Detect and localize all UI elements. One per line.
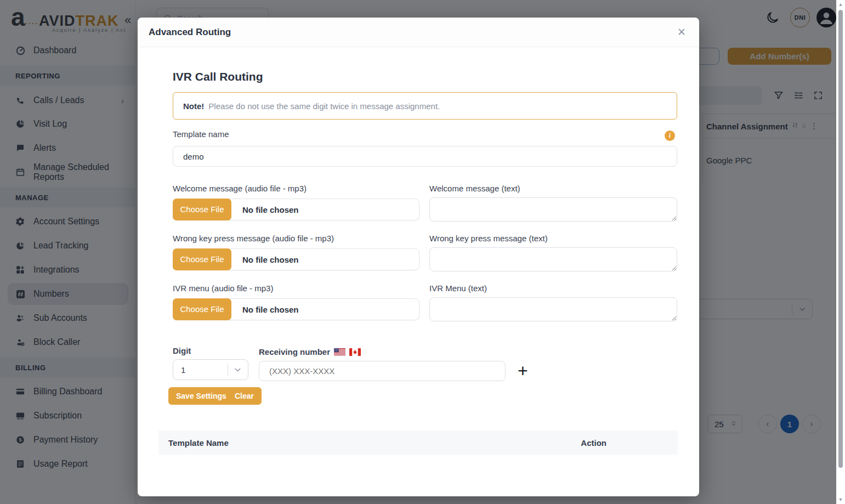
- clear-button[interactable]: Clear: [227, 387, 262, 405]
- canada-flag-icon: [349, 348, 361, 356]
- scroll-up-icon[interactable]: ▲: [836, 2, 845, 7]
- receiving-number-label: Receiving number: [259, 347, 330, 356]
- digit-select[interactable]: 1: [173, 359, 248, 380]
- chevron-down-icon: [233, 365, 242, 375]
- receiving-number-input[interactable]: [259, 361, 506, 381]
- welcome-text-label: Welcome message (text): [429, 184, 520, 193]
- note-box: Note! Please do not use the same digit t…: [173, 92, 677, 120]
- choose-file-button[interactable]: Choose File: [173, 298, 231, 320]
- choose-file-button[interactable]: Choose File: [173, 199, 231, 220]
- template-name-input[interactable]: [173, 146, 677, 167]
- wrong-key-text-label: Wrong key press message (text): [429, 234, 548, 243]
- modal-title: Advanced Routing: [149, 27, 231, 38]
- digit-value: 1: [181, 365, 185, 375]
- note-text: Please do not use the same digit twice i…: [208, 101, 440, 111]
- wrong-key-audio-file-input[interactable]: Choose File No file chosen: [173, 248, 419, 270]
- us-flag-icon: [334, 348, 345, 356]
- ivr-call-routing-heading: IVR Call Routing: [173, 70, 263, 83]
- scroll-down-icon[interactable]: ▼: [836, 497, 845, 502]
- advanced-routing-modal: Advanced Routing ✕ IVR Call Routing Note…: [138, 18, 699, 496]
- template-name-column: Template Name: [168, 438, 229, 448]
- welcome-audio-file-input[interactable]: Choose File No file chosen: [173, 199, 419, 220]
- no-file-chosen-label: No file chosen: [242, 255, 299, 264]
- close-icon[interactable]: ✕: [677, 27, 686, 37]
- info-icon[interactable]: i: [665, 131, 675, 141]
- ivr-menu-text-label: IVR Menu (text): [429, 284, 487, 293]
- save-settings-button[interactable]: Save Settings: [168, 387, 234, 405]
- page-scrollbar[interactable]: ▲ ▼: [836, 0, 845, 504]
- welcome-audio-label: Welcome message (audio file - mp3): [173, 184, 307, 193]
- ivr-menu-audio-label: IVR menu (audio file - mp3): [173, 284, 273, 293]
- scrollbar-thumb[interactable]: [838, 10, 843, 468]
- ivr-menu-text-textarea[interactable]: [429, 297, 677, 321]
- action-column: Action: [581, 438, 606, 448]
- no-file-chosen-label: No file chosen: [242, 205, 299, 214]
- wrong-key-audio-label: Wrong key press message (audio file - mp…: [173, 234, 334, 243]
- templates-table-header: Template Name Action: [158, 431, 678, 455]
- plus-icon[interactable]: +: [518, 362, 528, 380]
- welcome-text-textarea[interactable]: [429, 197, 677, 222]
- ivr-menu-audio-file-input[interactable]: Choose File No file chosen: [173, 298, 419, 320]
- wrong-key-text-textarea[interactable]: [429, 247, 677, 271]
- template-name-label: Template name: [173, 129, 229, 139]
- note-label: Note!: [183, 101, 204, 111]
- no-file-chosen-label: No file chosen: [242, 305, 299, 314]
- choose-file-button[interactable]: Choose File: [173, 248, 231, 270]
- digit-label: Digit: [173, 346, 191, 355]
- modal-header: Advanced Routing ✕: [138, 18, 699, 47]
